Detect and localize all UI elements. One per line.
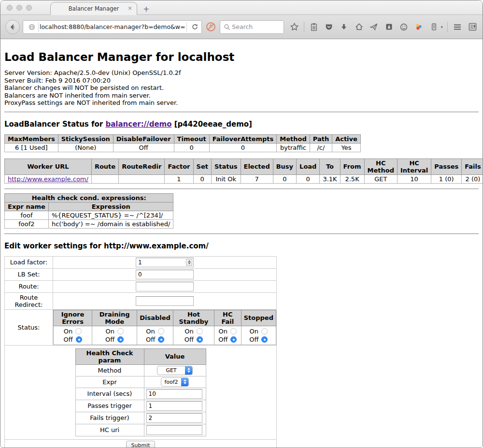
send-icon[interactable] [369,22,379,32]
form-row-route: Route: [5,280,277,292]
search-icon [223,22,231,32]
cell-disablefailover: Off [113,143,174,152]
radio-label: On [146,327,155,335]
url-text[interactable]: localhost:8880/balancer-manager?b=demo&w… [40,23,185,30]
download-panel-icon[interactable] [384,22,394,32]
dropdown-caret-icon[interactable]: ▾ [440,25,443,29]
status-cell-stopped: On Off [241,326,276,345]
edit-worker-heading: Edit worker settings for http://www.exam… [4,242,479,250]
notice-line: ProxyPass settings are NOT inherited fro… [4,99,479,107]
heading-text: [p4420eeae_demo] [172,120,252,129]
adblock-icon[interactable] [206,22,216,32]
column-header: To [320,159,340,174]
cell-passes: 1 (0) [431,174,462,183]
passes-input[interactable] [146,401,202,411]
radio-label: On [64,327,72,335]
smiley-icon[interactable] [398,22,409,32]
radio-stopped-off[interactable] [261,336,268,343]
reload-button[interactable] [188,23,201,30]
radio-disabled-on[interactable] [158,328,164,334]
field-label: Route: [5,280,53,292]
number-stepper-icon[interactable] [186,259,192,266]
new-tab-button[interactable]: + [143,4,149,14]
column-header: Fails [462,159,483,174]
back-button[interactable] [5,20,20,34]
page-title: Load Balancer Manager for localhost [4,51,479,63]
close-tab-icon[interactable]: × [128,5,132,11]
hc-uri-input[interactable] [146,425,202,435]
lb-set-input[interactable] [136,270,194,279]
cell-hc-method: GET [364,174,397,183]
expr-select-value: foof2 [161,379,181,385]
expressions-table: Health check cond. expressions: Expr nam… [4,193,173,229]
column-header: Stopped [241,310,276,326]
column-header: Route [91,159,118,174]
radio-label: Off [146,335,155,344]
submit-button[interactable]: Submit [126,441,155,448]
bookmark-star-icon[interactable] [289,22,299,32]
radio-stopped-on[interactable] [261,328,268,334]
reader-grid-icon[interactable] [467,22,478,32]
interval-input[interactable] [146,389,202,399]
radio-disabled-off[interactable] [158,336,164,343]
hc-label: Expr [75,376,144,388]
select-stepper-icon [185,366,192,375]
radio-draining-mode-off[interactable] [117,336,124,343]
radio-hot-standby-on[interactable] [197,328,203,334]
route-redirect-input[interactable] [136,296,194,306]
radio-hc-fail-off[interactable] [230,336,237,343]
select-stepper-icon [181,377,188,387]
expr-select[interactable]: foof2 [161,377,189,387]
cell-busy: 0 [273,174,296,183]
cell-set: 0 [193,174,211,183]
pocket-icon[interactable] [324,22,334,32]
menu-icon[interactable] [452,22,463,32]
fails-input[interactable] [146,413,202,423]
hc-row-fails: Fails trigger) [75,412,206,424]
minimize-window-button[interactable] [16,5,22,11]
column-header: Health Check param [75,348,144,364]
radio-hot-standby-off[interactable] [197,336,203,343]
status-cell-disabled: On Off [137,326,173,345]
form-row-route-redirect: Route Redirect: [5,292,277,309]
field-label: LB Set: [5,268,53,280]
reading-list-icon[interactable] [309,22,319,32]
server-info: Server Version: Apache/2.5.0-dev (Unix) … [4,69,479,107]
tab-balancer-manager[interactable]: Balancer Manager × [50,2,137,15]
hc-row-passes: Passes trigger [75,400,206,412]
column-header: From [340,159,364,174]
route-input[interactable] [136,282,194,291]
column-header: Draining Mode [92,310,137,326]
column-header: Set [193,159,211,174]
search-bar[interactable] [220,20,284,34]
column-header: Method [277,134,310,143]
close-window-button[interactable] [7,5,13,11]
search-input[interactable] [231,23,279,31]
radio-ignore-errors-on[interactable] [75,328,82,334]
list-extension-icon[interactable] [428,22,439,32]
radio-ignore-errors-off[interactable] [76,336,82,343]
column-header: RouteRedir [119,159,165,174]
divider [4,188,479,189]
browser-window: Balancer Manager × + localhost:8880/bala… [0,0,483,448]
form-row-submit: Submit [5,439,277,448]
load-factor-input[interactable] [136,259,186,266]
url-bar[interactable]: localhost:8880/balancer-manager?b=demo&w… [23,20,202,34]
edit-worker-form: Load factor: LB Set: Route: Route Redire… [4,256,277,448]
zoom-window-button[interactable] [26,5,32,11]
balancer-demo-link[interactable]: balancer://demo [105,120,171,129]
globe-icon [27,22,37,32]
column-header: Ignore Errors [54,310,92,326]
divider [4,233,479,234]
cell-path: /c/ [310,143,332,152]
radio-draining-mode-on[interactable] [117,328,124,334]
column-header: Timeout [174,134,209,143]
home-icon[interactable] [354,22,364,32]
downloads-icon[interactable] [339,22,349,32]
worker-url-link[interactable]: http://www.example.com/ [8,175,88,183]
cell-timeout: 0 [174,143,209,152]
radio-hc-fail-on[interactable] [230,328,237,334]
cell-method: bytraffic [277,143,310,152]
method-select[interactable]: GET [157,366,193,375]
colors-extension-icon[interactable] [413,22,424,32]
